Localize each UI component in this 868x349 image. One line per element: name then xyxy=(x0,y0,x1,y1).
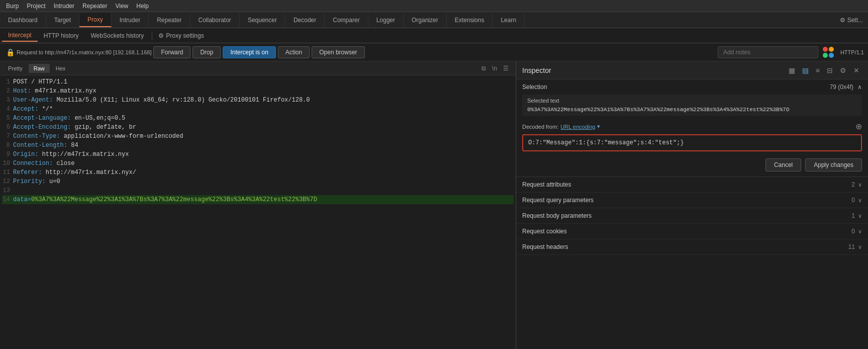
svg-point-1 xyxy=(829,47,834,52)
inspector-indent-icon[interactable]: ≡ xyxy=(813,65,822,76)
format-tab-raw[interactable]: Raw xyxy=(29,64,50,73)
request-editor[interactable]: 1 POST / HTTP/1.1 2 Host: m47r1x.matrix.… xyxy=(0,75,516,349)
menu-burp[interactable]: Burp xyxy=(2,2,23,11)
open-browser-button[interactable]: Open browser xyxy=(312,46,364,58)
proxy-settings-button[interactable]: ⚙ Proxy settings xyxy=(154,30,208,41)
main-tabs: Dashboard Target Proxy Intruder Repeater… xyxy=(0,12,868,28)
line-8: 8 Content-Length: 84 xyxy=(2,141,514,150)
apply-changes-button[interactable]: Apply changes xyxy=(805,158,862,171)
decoded-value-box[interactable]: O:7:"Message":1:{s:7:"message";s:4:"test… xyxy=(522,134,862,151)
section-row-chevron-icon-2: ∨ xyxy=(858,213,862,219)
inspector-content: Selection 79 (0x4f) ∧ Selected text 0%3A… xyxy=(516,79,868,349)
selection-count: 79 (0x4f) xyxy=(830,83,853,91)
tab-dashboard[interactable]: Dashboard xyxy=(0,14,46,27)
menu-help[interactable]: Help xyxy=(132,2,153,11)
sub-tab-http-history[interactable]: HTTP history xyxy=(38,30,85,41)
inspector-section-1: Request query parameters 0 ∨ xyxy=(516,193,868,208)
copy-icon[interactable]: ⧉ xyxy=(479,64,488,73)
content-area: Pretty Raw Hex ⧉ \n ☰ 1 POST / HTTP/1.1 … xyxy=(0,61,868,349)
svg-point-3 xyxy=(829,53,834,58)
inspector-list-icon[interactable]: ▤ xyxy=(800,65,811,76)
tab-intruder[interactable]: Intruder xyxy=(112,14,149,27)
cancel-button[interactable]: Cancel xyxy=(765,158,801,171)
format-tab-pretty[interactable]: Pretty xyxy=(3,64,28,73)
section-row-2[interactable]: Request body parameters 1 ∨ xyxy=(516,208,868,223)
format-tab-icons: ⧉ \n ☰ xyxy=(479,64,513,73)
section-row-title-1: Request query parameters xyxy=(522,197,594,204)
selection-header[interactable]: Selection 79 (0x4f) ∧ xyxy=(516,79,868,95)
decoded-add-icon[interactable]: ⊕ xyxy=(855,122,862,131)
forward-button[interactable]: Forward xyxy=(153,46,190,58)
intercept-toolbar: 🔒 Request to http://m47r1x.matrix.nyx:80… xyxy=(0,43,868,61)
tab-target[interactable]: Target xyxy=(46,14,79,27)
inspector-toolbar-icons: ▦ ▤ ≡ ⊟ ⚙ ✕ xyxy=(786,65,862,76)
decoded-from-label: Decoded from: xyxy=(522,124,558,130)
decoded-type-selector[interactable]: URL encoding xyxy=(560,124,595,130)
line-6: 6 Accept-Encoding: gzip, deflate, br xyxy=(2,123,514,132)
drop-button[interactable]: Drop xyxy=(192,46,221,58)
menu-intruder[interactable]: Intruder xyxy=(50,2,78,11)
section-row-0[interactable]: Request attributes 2 ∨ xyxy=(516,177,868,192)
tab-repeater[interactable]: Repeater xyxy=(149,14,190,27)
line-5: 5 Accept-Language: en-US,en;q=0.5 xyxy=(2,114,514,123)
menu-bar: Burp Project Intruder Repeater View Help xyxy=(0,0,868,12)
settings-icon[interactable]: ⚙ Sett... xyxy=(835,15,868,26)
line-1: 1 POST / HTTP/1.1 xyxy=(2,77,514,86)
inspector-panel: Inspector ▦ ▤ ≡ ⊟ ⚙ ✕ Selection 79 (0x4f… xyxy=(516,61,868,349)
tab-sequencer[interactable]: Sequencer xyxy=(240,14,285,27)
format-tab-hex[interactable]: Hex xyxy=(51,64,71,73)
section-row-4[interactable]: Request headers 11 ∨ xyxy=(516,239,868,254)
inspector-collapse-icon[interactable]: ⊟ xyxy=(824,65,835,76)
tab-collaborator[interactable]: Collaborator xyxy=(190,14,240,27)
line-3: 3 User-Agent: Mozilla/5.0 (X11; Linux x8… xyxy=(2,96,514,105)
inspector-sections: Request attributes 2 ∨ Request query par… xyxy=(516,177,868,255)
more-icon[interactable]: ☰ xyxy=(501,64,511,73)
decoded-from-row: Decoded from: URL encoding ▾ ⊕ xyxy=(516,120,868,134)
http-version-label: HTTP/1.1 xyxy=(840,49,864,55)
section-row-count-1: 0 xyxy=(851,197,855,204)
format-tabs: Pretty Raw Hex ⧉ \n ☰ xyxy=(0,61,516,75)
section-row-chevron-icon-1: ∨ xyxy=(858,197,862,204)
selected-text-value: 0%3A7%3A%22Message%22%3A1%3A%7Bs%3A7%3A%… xyxy=(522,105,862,116)
section-row-title-0: Request attributes xyxy=(522,181,571,188)
inspector-settings-icon[interactable]: ⚙ xyxy=(837,65,849,76)
sub-tab-intercept[interactable]: Intercept xyxy=(2,30,38,42)
action-button[interactable]: Action xyxy=(278,46,310,58)
tab-proxy[interactable]: Proxy xyxy=(79,13,112,27)
tab-learn[interactable]: Learn xyxy=(493,14,525,27)
section-row-count-3: 0 xyxy=(851,228,855,235)
section-row-chevron-icon-0: ∨ xyxy=(858,182,862,188)
tab-extensions[interactable]: Extensions xyxy=(447,14,493,27)
line-10: 10 Connection: close xyxy=(2,159,514,168)
menu-repeater[interactable]: Repeater xyxy=(78,2,111,11)
gear-icon: ⚙ xyxy=(158,32,164,39)
action-buttons: Cancel Apply changes xyxy=(516,155,868,177)
lock-icon: 🔒 xyxy=(6,48,15,56)
line-9: 9 Origin: http://m47r1x.matrix.nyx xyxy=(2,150,514,159)
intercept-toggle-button[interactable]: Intercept is on xyxy=(223,46,275,58)
request-panel: Pretty Raw Hex ⧉ \n ☰ 1 POST / HTTP/1.1 … xyxy=(0,61,516,349)
line-11: 11 Referer: http://m47r1x.matrix.nyx/ xyxy=(2,168,514,177)
tab-comparer[interactable]: Comparer xyxy=(325,14,368,27)
decoded-type-chevron-icon[interactable]: ▾ xyxy=(597,123,600,130)
word-wrap-icon[interactable]: \n xyxy=(490,64,499,73)
menu-view[interactable]: View xyxy=(111,2,132,11)
inspector-grid-icon[interactable]: ▦ xyxy=(786,65,798,76)
tab-decoder[interactable]: Decoder xyxy=(285,14,325,27)
selection-title: Selection xyxy=(522,83,547,91)
line-7: 7 Content-Type: application/x-www-form-u… xyxy=(2,132,514,141)
tab-organizer[interactable]: Organizer xyxy=(404,14,447,27)
sub-tab-websockets-history[interactable]: WebSockets history xyxy=(85,30,150,41)
menu-project[interactable]: Project xyxy=(23,2,49,11)
inspector-close-icon[interactable]: ✕ xyxy=(851,65,862,76)
tab-logger[interactable]: Logger xyxy=(368,14,404,27)
selected-text-label: Selected text xyxy=(522,95,862,105)
section-row-3[interactable]: Request cookies 0 ∨ xyxy=(516,224,868,239)
svg-point-2 xyxy=(823,53,828,58)
add-notes-input[interactable] xyxy=(718,46,818,58)
inspector-header: Inspector ▦ ▤ ≡ ⊟ ⚙ ✕ xyxy=(516,61,868,79)
request-info-label: Request to http://m47r1x.matrix.nyx:80 [… xyxy=(17,49,151,55)
selection-chevron-icon: ∧ xyxy=(857,83,862,91)
section-row-count-0: 2 xyxy=(851,181,855,188)
section-row-1[interactable]: Request query parameters 0 ∨ xyxy=(516,193,868,208)
